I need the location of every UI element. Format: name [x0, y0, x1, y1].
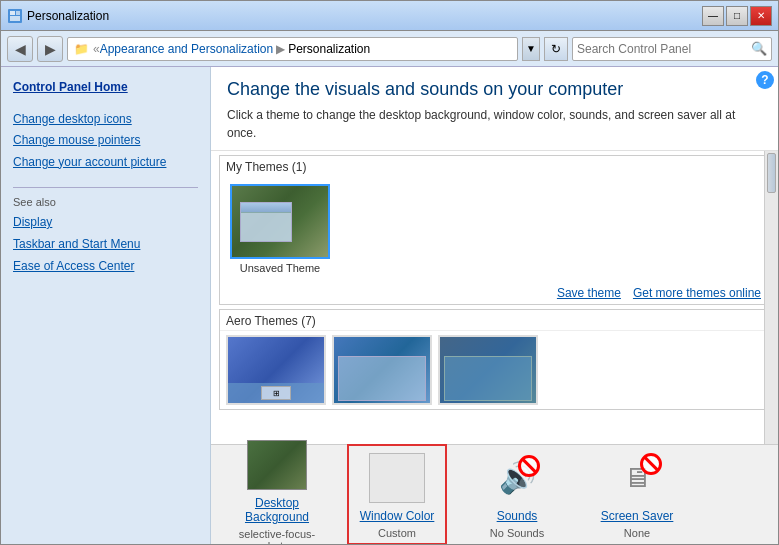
theme-actions: Save theme Get more themes online: [220, 282, 769, 304]
refresh-button[interactable]: ↻: [544, 37, 568, 61]
breadcrumb-appearance[interactable]: Appearance and Personalization: [100, 42, 273, 56]
scrollbar-thumb[interactable]: [767, 153, 776, 193]
screen-saver-ban-icon: [640, 453, 662, 475]
breadcrumb-separator-left: «: [93, 42, 100, 56]
unsaved-theme-window: [240, 202, 292, 242]
desktop-background-item[interactable]: Desktop Background selective-focus-phot.…: [227, 437, 327, 544]
svg-rect-3: [10, 16, 20, 21]
content-title: Change the visuals and sounds on your co…: [227, 79, 762, 100]
sounds-item[interactable]: 🔊 Sounds No Sounds: [467, 450, 567, 539]
content-description: Click a theme to change the desktop back…: [227, 106, 762, 142]
breadcrumb-sep: ▶: [276, 42, 285, 56]
window-icon: [7, 8, 23, 24]
see-also-label: See also: [13, 196, 198, 208]
search-box[interactable]: 🔍: [572, 37, 772, 61]
address-path[interactable]: 📁 « Appearance and Personalization ▶ Per…: [67, 37, 518, 61]
aero-themes-row: ⊞: [220, 331, 769, 409]
breadcrumb-current: Personalization: [288, 42, 370, 56]
breadcrumb-icon: 📁: [74, 42, 89, 56]
screen-saver-icon-container: 🖥: [607, 450, 667, 505]
sidebar-control-panel-home[interactable]: Control Panel Home: [13, 77, 198, 99]
help-button[interactable]: ?: [756, 71, 774, 89]
unsaved-theme-thumbnail: [230, 184, 330, 259]
desktop-background-sublabel: selective-focus-phot...: [227, 528, 327, 544]
address-bar: ◀ ▶ 📁 « Appearance and Personalization ▶…: [1, 31, 778, 67]
content-area: ? Change the visuals and sounds on your …: [211, 67, 778, 544]
main-area: Control Panel Home Change desktop icons …: [1, 67, 778, 544]
address-dropdown[interactable]: ▼: [522, 37, 540, 61]
sidebar: Control Panel Home Change desktop icons …: [1, 67, 211, 544]
get-more-themes-link[interactable]: Get more themes online: [633, 286, 761, 300]
svg-rect-1: [10, 11, 15, 15]
vertical-scrollbar[interactable]: [764, 151, 778, 444]
sidebar-change-desktop-icons[interactable]: Change desktop icons: [13, 109, 198, 131]
save-theme-link[interactable]: Save theme: [557, 286, 621, 300]
my-themes-label: My Themes (1): [220, 156, 769, 176]
sidebar-ease-of-access[interactable]: Ease of Access Center: [13, 256, 198, 278]
window-color-label[interactable]: Window Color: [360, 509, 435, 523]
minimize-button[interactable]: —: [702, 6, 724, 26]
my-themes-box: My Themes (1) Unsaved Theme: [219, 155, 770, 305]
unsaved-theme-name: Unsaved Theme: [240, 262, 321, 274]
my-themes-grid: Unsaved Theme: [220, 176, 769, 282]
sidebar-display[interactable]: Display: [13, 212, 198, 234]
sidebar-change-mouse-pointers[interactable]: Change mouse pointers: [13, 130, 198, 152]
sounds-ban-line: [522, 458, 537, 473]
aero-theme-1[interactable]: ⊞: [226, 335, 326, 405]
screen-saver-label[interactable]: Screen Saver: [601, 509, 674, 523]
themes-container: My Themes (1) Unsaved Theme: [211, 151, 778, 444]
aero-theme-3[interactable]: [438, 335, 538, 405]
window-color-icon: [369, 453, 425, 503]
aero-themes-label: Aero Themes (7): [220, 310, 769, 331]
content-header: Change the visuals and sounds on your co…: [211, 67, 778, 151]
sidebar-divider: [13, 187, 198, 188]
main-window: Personalization — □ ✕ ◀ ▶ 📁 « Appearance…: [0, 0, 779, 545]
back-button[interactable]: ◀: [7, 36, 33, 62]
window-color-sublabel: Custom: [378, 527, 416, 539]
desktop-background-icon: [247, 437, 307, 492]
title-buttons: — □ ✕: [702, 6, 772, 26]
unsaved-theme-window-title: [241, 203, 291, 213]
window-color-item[interactable]: Window Color Custom: [347, 444, 447, 544]
sounds-label[interactable]: Sounds: [497, 509, 538, 523]
screen-saver-sublabel: None: [624, 527, 650, 539]
title-text: Personalization: [27, 9, 109, 23]
svg-rect-2: [16, 11, 20, 15]
screen-saver-item[interactable]: 🖥 Screen Saver None: [587, 450, 687, 539]
window-color-icon-container: [367, 450, 427, 505]
aero-themes-box: Aero Themes (7) ⊞: [219, 309, 770, 410]
unsaved-theme-item[interactable]: Unsaved Theme: [226, 180, 334, 278]
forward-button[interactable]: ▶: [37, 36, 63, 62]
bottom-bar: Desktop Background selective-focus-phot.…: [211, 444, 778, 544]
desktop-bg-image: [247, 440, 307, 490]
search-input[interactable]: [577, 42, 751, 56]
close-button[interactable]: ✕: [750, 6, 772, 26]
sidebar-taskbar[interactable]: Taskbar and Start Menu: [13, 234, 198, 256]
screen-saver-ban-line: [644, 456, 659, 471]
title-bar: Personalization — □ ✕: [1, 1, 778, 31]
sounds-sublabel: No Sounds: [490, 527, 544, 539]
maximize-button[interactable]: □: [726, 6, 748, 26]
sounds-ban-icon: [518, 455, 540, 477]
sounds-icon-container: 🔊: [487, 450, 547, 505]
aero-theme-2[interactable]: [332, 335, 432, 405]
sidebar-change-account-picture[interactable]: Change your account picture: [13, 152, 198, 174]
search-icon[interactable]: 🔍: [751, 41, 767, 56]
desktop-background-label[interactable]: Desktop Background: [227, 496, 327, 524]
